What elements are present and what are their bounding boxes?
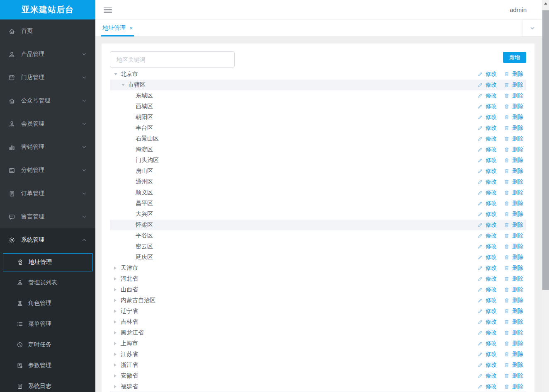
close-icon[interactable]: × <box>129 25 133 31</box>
edit-link[interactable]: 修改 <box>477 114 497 121</box>
tree-row[interactable]: 黑龙江省修改删除 <box>110 327 526 338</box>
sidebar-item-order[interactable]: 订单管理 <box>0 182 95 205</box>
tree-row[interactable]: 顺义区修改删除 <box>110 187 526 198</box>
delete-link[interactable]: 删除 <box>504 124 523 132</box>
tree-row[interactable]: 河北省修改删除 <box>110 273 526 284</box>
tree-row[interactable]: 北京市修改删除 <box>110 69 526 80</box>
edit-link[interactable]: 修改 <box>477 189 497 196</box>
tree-row[interactable]: 平谷区修改删除 <box>110 230 526 241</box>
delete-link[interactable]: 删除 <box>504 275 523 283</box>
tree-row[interactable]: 丰台区修改删除 <box>110 123 526 133</box>
delete-link[interactable]: 删除 <box>504 200 523 207</box>
edit-link[interactable]: 修改 <box>477 307 497 315</box>
page-scrollbar[interactable] <box>542 0 549 392</box>
caret-right-icon[interactable] <box>114 374 120 377</box>
delete-link[interactable]: 删除 <box>504 307 523 315</box>
scroll-up-arrow-icon[interactable] <box>542 0 549 7</box>
tree-row[interactable]: 内蒙古自治区修改删除 <box>110 295 526 306</box>
edit-link[interactable]: 修改 <box>477 92 497 99</box>
user-menu[interactable]: admin <box>510 6 527 13</box>
edit-link[interactable]: 修改 <box>477 243 497 250</box>
sidebar-item-member[interactable]: 会员管理 <box>0 112 95 136</box>
tree-row[interactable]: 天津市修改删除 <box>110 263 526 273</box>
delete-link[interactable]: 删除 <box>504 232 523 240</box>
tree-row[interactable]: 海淀区修改删除 <box>110 144 526 155</box>
sidebar-item-user[interactable]: 产品管理 <box>0 43 95 66</box>
tree-row[interactable]: 房山区修改删除 <box>110 166 526 177</box>
tree-row[interactable]: 上海市修改删除 <box>110 338 526 349</box>
delete-link[interactable]: 删除 <box>504 114 523 121</box>
caret-right-icon[interactable] <box>114 288 120 291</box>
tree-row[interactable]: 通州区修改删除 <box>110 177 526 187</box>
tree-row[interactable]: 密云区修改删除 <box>110 241 526 252</box>
delete-link[interactable]: 删除 <box>504 92 523 99</box>
sidebar-subitem-param[interactable]: 参数管理 <box>0 355 95 376</box>
tree-row[interactable]: 东城区修改删除 <box>110 90 526 101</box>
sidebar-item-shop[interactable]: 门店管理 <box>0 66 95 89</box>
sidebar-item-message[interactable]: 留言管理 <box>0 205 95 228</box>
scrollbar-thumb[interactable] <box>542 10 549 290</box>
tree-row[interactable]: 安徽省修改删除 <box>110 370 526 381</box>
delete-link[interactable]: 删除 <box>504 243 523 250</box>
delete-link[interactable]: 删除 <box>504 318 523 326</box>
tree-row[interactable]: 辽宁省修改删除 <box>110 306 526 317</box>
edit-link[interactable]: 修改 <box>477 275 497 283</box>
delete-link[interactable]: 删除 <box>504 372 523 380</box>
edit-link[interactable]: 修改 <box>477 318 497 326</box>
edit-link[interactable]: 修改 <box>477 211 497 218</box>
delete-link[interactable]: 删除 <box>504 340 523 347</box>
edit-link[interactable]: 修改 <box>477 351 497 358</box>
edit-link[interactable]: 修改 <box>477 157 497 164</box>
tree-row[interactable]: 吉林省修改删除 <box>110 317 526 327</box>
caret-right-icon[interactable] <box>114 353 120 356</box>
delete-link[interactable]: 删除 <box>504 135 523 143</box>
sidebar-subitem-role[interactable]: 角色管理 <box>0 293 95 314</box>
hamburger-icon[interactable] <box>104 7 112 13</box>
delete-link[interactable]: 删除 <box>504 351 523 358</box>
edit-link[interactable]: 修改 <box>477 361 497 369</box>
sidebar-item-card[interactable]: 分销管理 <box>0 159 95 182</box>
edit-link[interactable]: 修改 <box>477 146 497 153</box>
tree-row[interactable]: 延庆区修改删除 <box>110 252 526 263</box>
tab-list-dropdown[interactable] <box>523 20 542 36</box>
tree-row[interactable]: 怀柔区修改删除 <box>110 220 526 230</box>
delete-link[interactable]: 删除 <box>504 157 523 164</box>
tree-row[interactable]: 石景山区修改删除 <box>110 133 526 144</box>
caret-right-icon[interactable] <box>114 331 120 334</box>
edit-link[interactable]: 修改 <box>477 383 497 390</box>
delete-link[interactable]: 删除 <box>504 361 523 369</box>
delete-link[interactable]: 删除 <box>504 211 523 218</box>
search-input[interactable] <box>110 51 235 68</box>
delete-link[interactable]: 删除 <box>504 81 523 89</box>
delete-link[interactable]: 删除 <box>504 178 523 186</box>
caret-down-icon[interactable] <box>121 84 127 86</box>
edit-link[interactable]: 修改 <box>477 200 497 207</box>
delete-link[interactable]: 删除 <box>504 329 523 336</box>
caret-right-icon[interactable] <box>114 363 120 367</box>
sidebar-subitem-user[interactable]: 管理员列表 <box>0 272 95 293</box>
edit-link[interactable]: 修改 <box>477 372 497 380</box>
edit-link[interactable]: 修改 <box>477 103 497 110</box>
tree-row[interactable]: 昌平区修改删除 <box>110 198 526 209</box>
edit-link[interactable]: 修改 <box>477 254 497 261</box>
edit-link[interactable]: 修改 <box>477 124 497 132</box>
caret-right-icon[interactable] <box>114 299 120 302</box>
tree-row[interactable]: 山西省修改删除 <box>110 284 526 295</box>
edit-link[interactable]: 修改 <box>477 329 497 336</box>
tree-row[interactable]: 朝阳区修改删除 <box>110 112 526 123</box>
delete-link[interactable]: 删除 <box>504 146 523 153</box>
edit-link[interactable]: 修改 <box>477 178 497 186</box>
sidebar-subitem-log[interactable]: 系统日志 <box>0 376 95 392</box>
sidebar-subitem-clock[interactable]: 定时任务 <box>0 334 95 355</box>
delete-link[interactable]: 删除 <box>504 167 523 175</box>
edit-link[interactable]: 修改 <box>477 167 497 175</box>
caret-right-icon[interactable] <box>114 320 120 324</box>
delete-link[interactable]: 删除 <box>504 254 523 261</box>
edit-link[interactable]: 修改 <box>477 297 497 304</box>
edit-link[interactable]: 修改 <box>477 135 497 143</box>
edit-link[interactable]: 修改 <box>477 70 497 78</box>
caret-right-icon[interactable] <box>114 277 120 281</box>
tab-address-management[interactable]: 地址管理 × <box>101 20 134 36</box>
tree-row[interactable]: 门头沟区修改删除 <box>110 155 526 166</box>
delete-link[interactable]: 删除 <box>504 264 523 272</box>
